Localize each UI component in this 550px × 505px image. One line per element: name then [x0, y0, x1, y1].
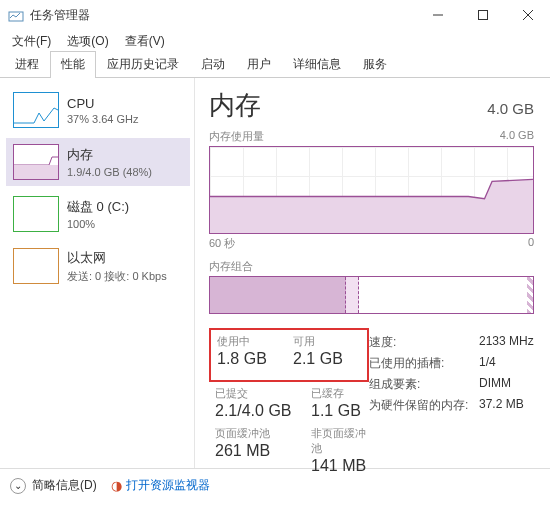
info-key: 已使用的插槽:: [369, 355, 479, 372]
stat-label: 可用: [293, 334, 355, 349]
stat-nonpaged: 141 MB: [311, 457, 373, 475]
tab-processes[interactable]: 进程: [4, 51, 50, 78]
tab-performance[interactable]: 性能: [50, 51, 96, 78]
performance-sidebar: CPU37% 3.64 GHz 内存1.9/4.0 GB (48%) 磁盘 0 …: [0, 78, 195, 468]
open-resmon-link[interactable]: ◑ 打开资源监视器: [111, 477, 210, 494]
sidebar-item-disk[interactable]: 磁盘 0 (C:)100%: [6, 190, 190, 238]
usage-label: 内存使用量: [209, 129, 264, 144]
sidebar-sub: 1.9/4.0 GB (48%): [67, 166, 152, 178]
info-key: 速度:: [369, 334, 479, 351]
info-key: 组成要素:: [369, 376, 479, 393]
info-speed: 2133 MHz: [479, 334, 534, 351]
sidebar-label: 以太网: [67, 249, 167, 267]
stat-label: 已提交: [215, 386, 297, 401]
svg-rect-5: [14, 165, 59, 180]
info-key: 为硬件保留的内存:: [369, 397, 479, 414]
axis-right: 0: [528, 236, 534, 251]
usage-max: 4.0 GB: [500, 129, 534, 144]
chevron-down-icon[interactable]: ⌄: [10, 478, 26, 494]
stat-cached: 1.1 GB: [311, 402, 373, 420]
stat-label: 已缓存: [311, 386, 373, 401]
menu-file[interactable]: 文件(F): [4, 31, 59, 52]
stat-label: 使用中: [217, 334, 279, 349]
axis-left: 60 秒: [209, 236, 235, 251]
resmon-label: 打开资源监视器: [126, 477, 210, 494]
menu-view[interactable]: 查看(V): [117, 31, 173, 52]
tab-bar: 进程 性能 应用历史记录 启动 用户 详细信息 服务: [0, 52, 550, 78]
svg-rect-2: [478, 11, 487, 20]
main-panel: 内存 4.0 GB 内存使用量4.0 GB 60 秒0 内存组合 使用中1.8 …: [195, 78, 550, 468]
stat-committed: 2.1/4.0 GB: [215, 402, 297, 420]
sidebar-label: 内存: [67, 146, 152, 164]
svg-marker-6: [210, 179, 533, 234]
stat-label: 页面缓冲池: [215, 426, 297, 441]
sidebar-item-ethernet[interactable]: 以太网发送: 0 接收: 0 Kbps: [6, 242, 190, 290]
window-title: 任务管理器: [30, 7, 415, 24]
sidebar-sub: 37% 3.64 GHz: [67, 113, 139, 125]
sidebar-sub: 100%: [67, 218, 129, 230]
resmon-icon: ◑: [111, 478, 122, 493]
memory-total: 4.0 GB: [487, 100, 534, 117]
composition-label: 内存组合: [209, 259, 534, 274]
sidebar-item-memory[interactable]: 内存1.9/4.0 GB (48%): [6, 138, 190, 186]
close-button[interactable]: [505, 0, 550, 30]
minimize-button[interactable]: [415, 0, 460, 30]
page-title: 内存: [209, 88, 261, 123]
info-slots: 1/4: [479, 355, 496, 372]
content-area: CPU37% 3.64 GHz 内存1.9/4.0 GB (48%) 磁盘 0 …: [0, 78, 550, 468]
menu-options[interactable]: 选项(O): [59, 31, 116, 52]
fewer-details-button[interactable]: 简略信息(D): [32, 477, 97, 494]
tab-app-history[interactable]: 应用历史记录: [96, 51, 190, 78]
info-form: DIMM: [479, 376, 511, 393]
maximize-button[interactable]: [460, 0, 505, 30]
stat-label: 非页面缓冲池: [311, 426, 373, 456]
title-bar: 任务管理器: [0, 0, 550, 30]
highlight-box: 使用中1.8 GB 可用2.1 GB: [209, 328, 369, 382]
tab-details[interactable]: 详细信息: [282, 51, 352, 78]
sidebar-label: 磁盘 0 (C:): [67, 198, 129, 216]
sidebar-label: CPU: [67, 96, 139, 111]
memory-composition-chart[interactable]: [209, 276, 534, 314]
stat-in-use: 1.8 GB: [217, 350, 279, 368]
app-icon: [8, 7, 24, 23]
tab-users[interactable]: 用户: [236, 51, 282, 78]
menu-bar: 文件(F) 选项(O) 查看(V): [0, 30, 550, 52]
sidebar-item-cpu[interactable]: CPU37% 3.64 GHz: [6, 86, 190, 134]
stat-paged: 261 MB: [215, 442, 297, 460]
tab-services[interactable]: 服务: [352, 51, 398, 78]
tab-startup[interactable]: 启动: [190, 51, 236, 78]
memory-usage-chart[interactable]: [209, 146, 534, 234]
info-hw-reserved: 37.2 MB: [479, 397, 524, 414]
stat-available: 2.1 GB: [293, 350, 355, 368]
sidebar-sub: 发送: 0 接收: 0 Kbps: [67, 269, 167, 284]
